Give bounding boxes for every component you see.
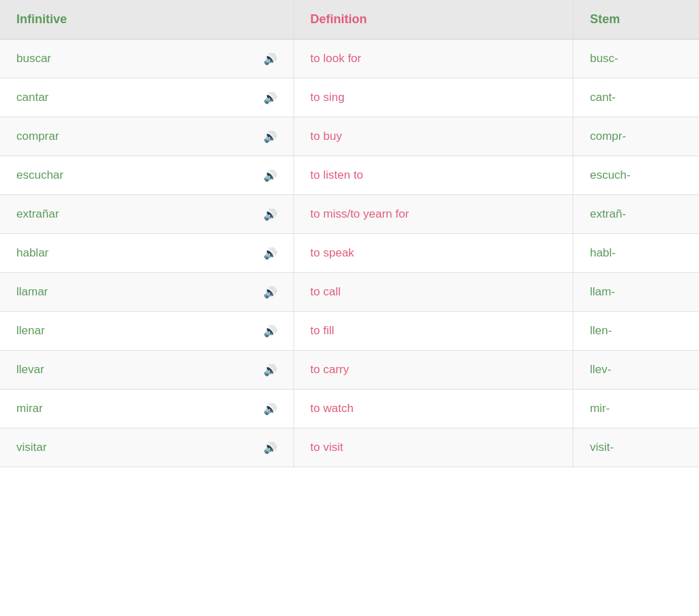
- stem-cell: visit-: [573, 428, 699, 467]
- definition-cell: to watch: [294, 390, 573, 428]
- table-row: extrañar🔊to miss/to yearn forextrañ-: [0, 195, 699, 234]
- table-header-row: Infinitive Definition Stem: [0, 0, 699, 40]
- infinitive-cell: visitar🔊: [0, 428, 294, 467]
- stem-cell: busc-: [573, 40, 699, 78]
- header-stem: Stem: [573, 0, 699, 40]
- definition-cell: to speak: [294, 234, 573, 273]
- audio-icon[interactable]: 🔊: [263, 402, 277, 415]
- definition-cell: to sing: [294, 78, 573, 117]
- audio-icon[interactable]: 🔊: [263, 130, 277, 143]
- audio-icon[interactable]: 🔊: [263, 247, 277, 260]
- table-row: buscar🔊to look forbusc-: [0, 40, 699, 78]
- table-row: llenar🔊to fillllen-: [0, 312, 699, 351]
- audio-icon[interactable]: 🔊: [263, 169, 277, 182]
- stem-cell: extrañ-: [573, 195, 699, 234]
- infinitive-cell: hablar🔊: [0, 234, 294, 273]
- definition-cell: to fill: [294, 312, 573, 351]
- infinitive-word: extrañar: [16, 207, 59, 221]
- table-row: llevar🔊to carryllev-: [0, 351, 699, 390]
- audio-icon[interactable]: 🔊: [263, 364, 277, 377]
- definition-cell: to carry: [294, 351, 573, 390]
- definition-cell: to visit: [294, 428, 573, 467]
- audio-icon[interactable]: 🔊: [263, 53, 277, 65]
- stem-cell: habl-: [573, 234, 699, 273]
- infinitive-word: mirar: [16, 402, 43, 415]
- infinitive-cell: extrañar🔊: [0, 195, 294, 234]
- infinitive-word: escuchar: [16, 168, 63, 182]
- table-row: escuchar🔊to listen toescuch-: [0, 156, 699, 195]
- stem-cell: compr-: [573, 117, 699, 156]
- infinitive-word: hablar: [16, 246, 48, 260]
- infinitive-cell: buscar🔊: [0, 40, 294, 78]
- header-infinitive: Infinitive: [0, 0, 294, 40]
- audio-icon[interactable]: 🔊: [263, 441, 277, 454]
- table-row: mirar🔊to watchmir-: [0, 390, 699, 428]
- infinitive-word: llamar: [16, 285, 48, 299]
- stem-cell: mir-: [573, 390, 699, 428]
- audio-icon[interactable]: 🔊: [263, 286, 277, 299]
- infinitive-word: llevar: [16, 363, 44, 377]
- header-definition: Definition: [294, 0, 573, 40]
- infinitive-word: visitar: [16, 441, 46, 454]
- definition-cell: to call: [294, 273, 573, 312]
- audio-icon[interactable]: 🔊: [263, 91, 277, 104]
- definition-cell: to buy: [294, 117, 573, 156]
- infinitive-cell: comprar🔊: [0, 117, 294, 156]
- infinitive-cell: llevar🔊: [0, 351, 294, 390]
- audio-icon[interactable]: 🔊: [263, 208, 277, 221]
- table-row: visitar🔊to visitvisit-: [0, 428, 699, 467]
- definition-cell: to miss/to yearn for: [294, 195, 573, 234]
- table-row: hablar🔊to speakhabl-: [0, 234, 699, 273]
- infinitive-cell: mirar🔊: [0, 390, 294, 428]
- infinitive-cell: llamar🔊: [0, 273, 294, 312]
- stem-cell: llen-: [573, 312, 699, 351]
- infinitive-word: buscar: [16, 52, 51, 65]
- vocabulary-table: Infinitive Definition Stem buscar🔊to loo…: [0, 0, 699, 467]
- definition-cell: to listen to: [294, 156, 573, 195]
- infinitive-cell: llenar🔊: [0, 312, 294, 351]
- table-row: comprar🔊to buycompr-: [0, 117, 699, 156]
- infinitive-word: llenar: [16, 324, 45, 338]
- stem-cell: escuch-: [573, 156, 699, 195]
- stem-cell: llam-: [573, 273, 699, 312]
- table-row: cantar🔊to singcant-: [0, 78, 699, 117]
- infinitive-word: cantar: [16, 91, 48, 104]
- definition-cell: to look for: [294, 40, 573, 78]
- stem-cell: cant-: [573, 78, 699, 117]
- infinitive-cell: escuchar🔊: [0, 156, 294, 195]
- table-row: llamar🔊to callllam-: [0, 273, 699, 312]
- stem-cell: llev-: [573, 351, 699, 390]
- infinitive-cell: cantar🔊: [0, 78, 294, 117]
- audio-icon[interactable]: 🔊: [263, 325, 277, 338]
- infinitive-word: comprar: [16, 130, 59, 143]
